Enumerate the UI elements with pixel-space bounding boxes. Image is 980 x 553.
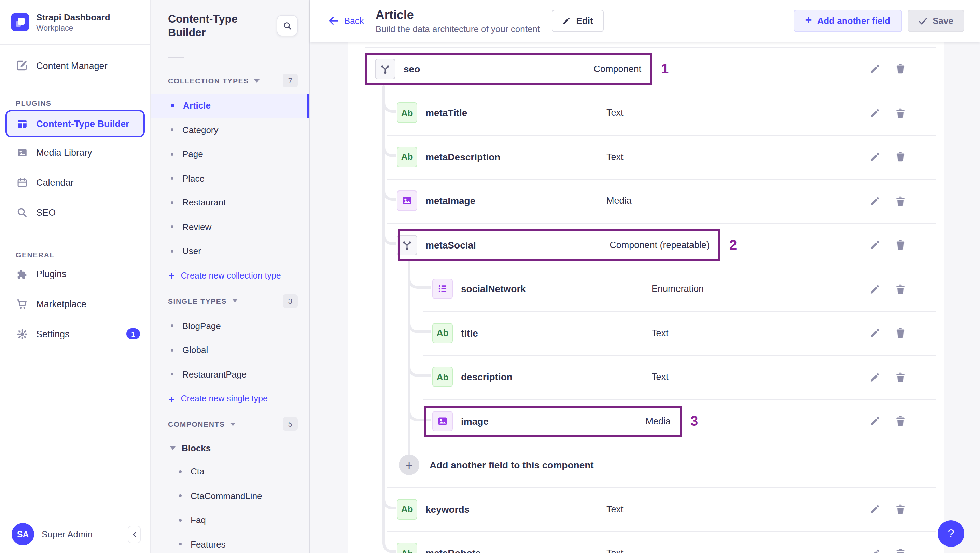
subnav-item-restaurant[interactable]: Restaurant [151, 191, 309, 215]
subnav-item-global[interactable]: Global [151, 338, 309, 362]
text-field-icon: Ab [397, 499, 417, 520]
sidebar-item-media-library[interactable]: Media Library [0, 137, 150, 167]
strapi-logo-icon [11, 13, 29, 32]
sidebar-item-plugins[interactable]: Plugins [0, 259, 150, 289]
delete-field-button[interactable] [894, 63, 906, 75]
sidebar-item-settings[interactable]: Settings1 [0, 319, 150, 349]
field-type: Text [606, 504, 624, 515]
bullet-icon [171, 250, 173, 253]
pencil-icon [562, 17, 571, 25]
field-type: Component [593, 64, 641, 74]
field-row-image: 3imageMedia [365, 399, 935, 443]
field-type: Text [606, 548, 624, 553]
plus-icon: + [169, 270, 175, 281]
subnav-item-category[interactable]: Category [151, 118, 309, 142]
edit-button[interactable]: Edit [552, 10, 603, 32]
sidebar-item-marketplace[interactable]: Marketplace [0, 289, 150, 319]
add-field-label: Add another field [817, 16, 890, 26]
delete-field-button[interactable] [894, 283, 906, 295]
group-count-badge: 5 [283, 417, 298, 431]
group-header-components[interactable]: COMPONENTS5 [151, 411, 309, 437]
delete-field-button[interactable] [894, 547, 906, 553]
edit-field-button[interactable] [869, 503, 881, 515]
sidebar-item-label: Content-Type Builder [36, 118, 129, 129]
edit-field-button[interactable] [869, 415, 881, 427]
row-actions [869, 239, 906, 251]
edit-field-button[interactable] [869, 327, 881, 339]
field-type: Media [645, 416, 671, 426]
field-row-meta-social: 2metaSocialComponent (repeatable) [365, 223, 935, 267]
field-name: metaTitle [425, 108, 467, 118]
row-actions [869, 415, 906, 427]
edit-field-button[interactable] [869, 283, 881, 295]
subnav-item-label: Faq [191, 515, 206, 525]
edit-field-button[interactable] [869, 195, 881, 207]
edit-field-button[interactable] [869, 107, 881, 119]
annotation-number-1: 1 [661, 61, 668, 77]
subnav-item-label: Place [182, 173, 205, 184]
subnav-item-label: BlogPage [182, 321, 221, 331]
edit-field-button[interactable] [869, 371, 881, 383]
subnav-item-cta-command-line[interactable]: CtaCommandLine [151, 484, 309, 508]
create-link-create-new-collection-type[interactable]: +Create new collection type [151, 263, 309, 288]
bullet-icon [171, 153, 173, 156]
edit-field-button[interactable] [869, 151, 881, 163]
row-divider [387, 223, 935, 224]
subnav-item-user[interactable]: User [151, 239, 309, 263]
component-group-label: Blocks [182, 443, 211, 453]
sidebar-item-content-manager[interactable]: Content Manager [0, 52, 150, 78]
subnav-item-label: Review [182, 222, 212, 232]
subnav-item-article[interactable]: Article [151, 94, 309, 118]
search-button[interactable] [277, 15, 298, 36]
pencil-icon [869, 504, 881, 515]
subnav-item-page[interactable]: Page [151, 142, 309, 166]
delete-field-button[interactable] [894, 503, 906, 515]
subnav-item-review[interactable]: Review [151, 215, 309, 239]
bullet-icon [179, 470, 182, 473]
pencil-icon [869, 195, 881, 207]
collapse-sidebar-button[interactable] [128, 525, 141, 543]
group-label: SINGLE TYPES [168, 297, 227, 305]
user-menu[interactable]: SA Super Admin [0, 515, 150, 553]
edit-field-button[interactable] [869, 63, 881, 75]
field-row-keywords: AbkeywordsText [365, 487, 935, 531]
component-group-blocks[interactable]: Blocks [151, 437, 309, 459]
delete-field-button[interactable] [894, 107, 906, 119]
component-field-icon [375, 59, 395, 79]
group-header-single-types[interactable]: SINGLE TYPES3 [151, 288, 309, 314]
sidebar-item-label: SEO [36, 207, 56, 218]
sidebar-item-seo[interactable]: SEO [0, 197, 150, 227]
add-field-to-component-label: Add another field to this component [430, 460, 594, 471]
create-link-create-new-single-type[interactable]: +Create new single type [151, 386, 309, 411]
delete-field-button[interactable] [894, 151, 906, 163]
brand-block[interactable]: Strapi Dashboard Workplace [0, 0, 150, 45]
group-header-collection-types[interactable]: COLLECTION TYPES7 [151, 68, 309, 94]
edit-field-button[interactable] [869, 239, 881, 251]
field-name: metaSocial [425, 240, 476, 251]
app-window: Strapi Dashboard Workplace Content Manag… [0, 0, 980, 553]
create-link-label: Create new single type [181, 394, 268, 404]
help-button[interactable]: ? [938, 520, 964, 547]
subnav-item-blog-page[interactable]: BlogPage [151, 314, 309, 338]
field-type: Component (repeatable) [609, 240, 710, 250]
sidebar-item-content-type-builder[interactable]: Content-Type Builder [5, 110, 145, 137]
add-field-to-component-button[interactable]: + [399, 455, 419, 475]
subnav-item-features[interactable]: Features [151, 532, 309, 553]
subnav-item-faq[interactable]: Faq [151, 508, 309, 532]
delete-field-button[interactable] [894, 195, 906, 207]
delete-field-button[interactable] [894, 415, 906, 427]
sidebar-item-calendar[interactable]: Calendar [0, 167, 150, 197]
subnav-item-place[interactable]: Place [151, 166, 309, 191]
save-button[interactable]: Save [907, 10, 964, 32]
delete-field-button[interactable] [894, 239, 906, 251]
add-another-field-button[interactable]: + Add another field [794, 10, 902, 32]
subnav-item-cta[interactable]: Cta [151, 459, 309, 484]
delete-field-button[interactable] [894, 371, 906, 383]
field-row-meta-robots: AbmetaRobotsText [365, 531, 935, 553]
delete-field-button[interactable] [894, 327, 906, 339]
subnav-item-restaurant-page[interactable]: RestaurantPage [151, 362, 309, 386]
edit-field-button[interactable] [869, 547, 881, 553]
field-name: metaImage [425, 195, 475, 207]
trash-icon [894, 415, 906, 427]
back-link[interactable]: Back [328, 16, 364, 26]
